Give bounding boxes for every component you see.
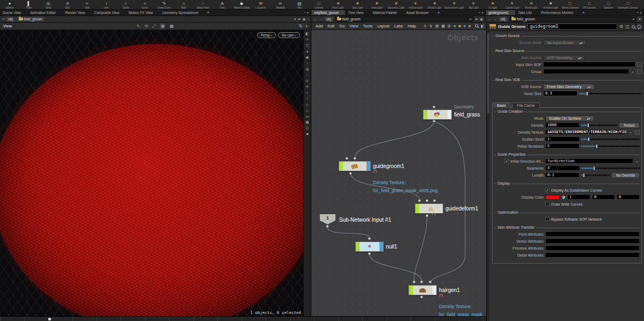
path-field[interactable]: field_groom ▾ [335, 17, 473, 21]
shelf-tool-portal-light[interactable]: ☀Portal Light [522, 2, 541, 9]
pin-icon[interactable]: ➤ [475, 17, 478, 21]
network-menu-add[interactable]: Add [316, 24, 323, 28]
shelf-tool-font[interactable]: AFont [213, 2, 232, 9]
right-tab-take-list[interactable]: Take List [515, 10, 538, 15]
viewport-side-tool-icon-4[interactable]: ◉ [305, 55, 309, 60]
shelf-tool-path[interactable]: ∩Path [174, 2, 193, 9]
viewport-side-tool-icon-0[interactable]: ◧ [305, 32, 309, 36]
shelf-tool-circle[interactable]: ○Circle [116, 2, 135, 9]
pin-icon[interactable]: ➤ [638, 17, 641, 21]
tab-menu-icon[interactable]: ▾ [481, 11, 483, 14]
network-canvas[interactable]: Objects [311, 30, 486, 316]
shelf-tool-environment-light[interactable]: ☀Environment Light [444, 2, 464, 9]
chevron-down-icon[interactable]: ▾ [470, 17, 471, 21]
dropdown-vdb-source[interactable]: From Skin Geometry▴▾ [543, 84, 595, 90]
camera-selector[interactable]: No cam ▾ [278, 32, 300, 38]
middle-tab-material-palette[interactable]: Material Palette [370, 10, 404, 15]
right-tab-performance-monitor[interactable]: Performance Monitor [538, 10, 580, 15]
slider-handle[interactable] [596, 144, 598, 149]
perspective-selector[interactable]: Persp ▾ [257, 32, 276, 38]
node-field-grass[interactable]: Geometry field_grass [423, 110, 452, 120]
input-group[interactable] [543, 69, 629, 74]
shelf-tool-file[interactable]: ▤File [290, 2, 309, 9]
shelf-tool-curve[interactable]: ≈Curve [135, 2, 155, 9]
right-tab-guidegroom1[interactable]: guidegroom1 [486, 10, 515, 15]
network-menu-edit[interactable]: Edit [327, 24, 334, 28]
node-null1[interactable]: ✳ null1 [355, 242, 384, 252]
shelf-tool-sky-light[interactable]: ☀Sky Light [464, 2, 483, 9]
back-icon[interactable]: ← [313, 17, 317, 21]
network-toolbar-icon-5[interactable]: ■ [453, 24, 456, 28]
shelf-tool-gamepad-camera[interactable]: □Gamepad Camera [618, 2, 638, 9]
button-texture[interactable]: Texture [619, 122, 640, 128]
left-tab-animation-editor[interactable]: Animation Editor [27, 10, 62, 15]
display-flag[interactable] [423, 110, 427, 119]
red-wireframe-sphere[interactable] [0, 44, 311, 316]
color-component-1[interactable]: 0 [592, 194, 615, 200]
viewport-side-tool-icon-7[interactable]: ◌ [306, 73, 308, 77]
template-flag[interactable] [379, 242, 383, 251]
viewport-side-tool-icon-3[interactable]: ● [306, 49, 308, 54]
input-relax-iterations[interactable]: 5 [545, 143, 580, 149]
network-toolbar-icon-0[interactable]: ✛ [423, 24, 427, 28]
shelf-tool-line[interactable]: /Line [97, 2, 116, 9]
search-icon[interactable] [475, 24, 478, 27]
path-field[interactable]: field_groom ▾ [509, 17, 636, 21]
back-icon[interactable]: ← [488, 17, 492, 21]
slider-density[interactable] [581, 122, 617, 128]
slider-relax-iterations[interactable] [581, 143, 640, 149]
checkbox-bypass-editable-sop-network[interactable] [545, 217, 550, 221]
input-density-texture[interactable]: $ASSETS/ENVIROMENT/TERRAIN/HIGH/FIELD/te… [545, 129, 627, 135]
tab-menu-icon[interactable]: ▾ [307, 11, 309, 14]
viewport-side-tool-icon-10[interactable]: ≈ [306, 91, 309, 95]
viewport-side-tool-icon-9[interactable]: ✛ [306, 85, 309, 89]
gear-icon[interactable]: ⚙ [619, 24, 623, 29]
input-point-attributes[interactable] [545, 231, 640, 237]
slider-segments[interactable] [581, 165, 640, 171]
slider-scatter-seed[interactable] [581, 136, 640, 142]
pane-split-icon[interactable]: ▪ [637, 11, 638, 14]
viewport-canvas[interactable]: Persp ▾ No cam ▾ ◧≡◫●◉○◍◌⊙✛≈/◇△▭▦⊡■ 1 ob… [0, 30, 311, 316]
shelf-tool-distant-light[interactable]: ☀Distant Light [425, 2, 444, 9]
shelf-tool-sphere[interactable]: ●Sphere [0, 2, 19, 9]
input-input-skin-sop[interactable] [543, 62, 635, 67]
input-vertex-attributes[interactable] [545, 238, 640, 244]
display-flag[interactable] [409, 286, 413, 295]
color-component-2[interactable]: 0 [617, 194, 640, 200]
shelf-tool-stereo-camera[interactable]: □Stereo Camera [560, 2, 580, 9]
path-root-chip[interactable]: obj [6, 17, 15, 21]
left-new-tab-button[interactable]: + [205, 10, 212, 15]
viewport-side-tool-icon-1[interactable]: ≡ [306, 38, 308, 42]
left-tab-motion-fx-view[interactable]: Motion FX View [126, 10, 160, 15]
left-tab-geometry-spreadsheet[interactable]: Geometry Spreadsheet [159, 10, 204, 15]
middle-tab-obj-field-groom[interactable]: /obj/field_groom [311, 10, 345, 15]
shelf-tool-camera[interactable]: □Camera [309, 2, 328, 9]
shelf-tool-spray-paint[interactable]: ∴Spray Paint [193, 2, 213, 9]
node-guidedeform1[interactable]: guidedeform1 [415, 203, 443, 214]
param-tab-basic[interactable]: Basic [492, 103, 511, 108]
shelf-tool-metaball[interactable]: ∞Metaball [270, 2, 290, 9]
shelf-tool-switcher[interactable]: □Switcher [599, 2, 618, 9]
forward-icon[interactable]: → [493, 17, 497, 21]
viewport-side-tool-icon-2[interactable]: ◫ [305, 43, 309, 48]
network-toolbar-icon-7[interactable]: ■ [464, 24, 466, 28]
viewport-side-tool-icon-5[interactable]: ○ [306, 61, 308, 65]
network-menu-go[interactable]: Go [339, 24, 345, 28]
display-flag[interactable] [415, 204, 419, 213]
display-options-icon[interactable]: ◧ [481, 24, 485, 28]
chevron-down-icon[interactable]: ▾ [633, 17, 634, 21]
operator-chooser-icon[interactable] [637, 62, 642, 67]
viewport-side-tool-icon-11[interactable]: / [307, 97, 308, 101]
scrollbar[interactable] [487, 31, 489, 321]
input-initial-direction-att[interactable]: furdirection [545, 158, 633, 164]
shelf-tool-null[interactable]: +Null [77, 2, 97, 9]
pin-icon[interactable]: ➤ [298, 17, 301, 21]
shelf-tool-draw-curve[interactable]: ✎Draw Curve [155, 2, 174, 9]
input-primitive-attributes[interactable] [545, 245, 640, 251]
shelf-tool-platonic-solids[interactable]: ◆Platonic Solids [232, 2, 251, 9]
shelf-tool-volume-light[interactable]: ☀Volume Light [406, 2, 425, 9]
network-toolbar-icon-6[interactable]: ■ [458, 24, 460, 28]
shelf-tool-ambient-light[interactable]: ☀Ambient Light [541, 2, 560, 9]
left-tab-scene-view[interactable]: Scene View [0, 10, 27, 15]
shelf-tool-geometry-light[interactable]: ☀Geometry Light [386, 2, 406, 9]
